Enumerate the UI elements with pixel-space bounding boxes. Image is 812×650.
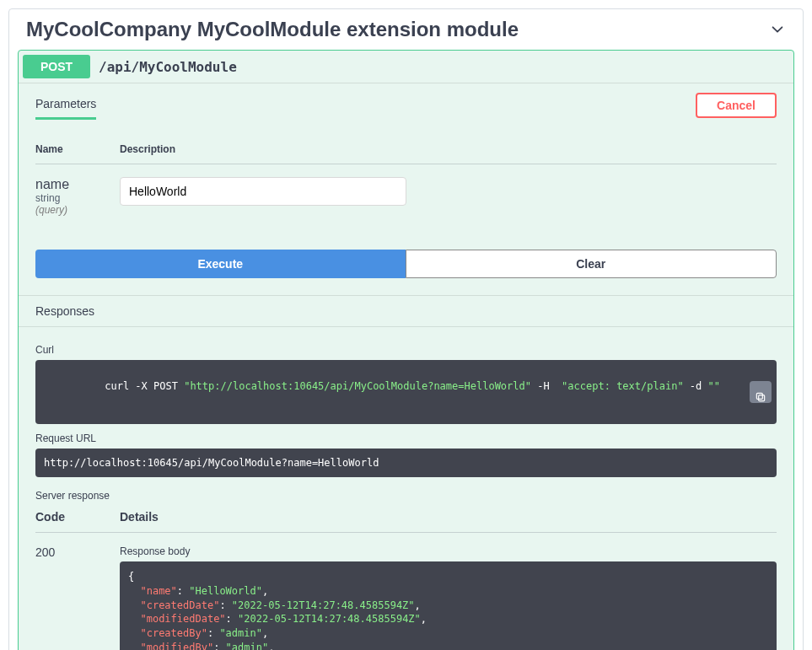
svg-rect-1 [756,393,762,399]
module-header[interactable]: MyCoolCompany MyCoolModule extension mod… [9,9,803,50]
chevron-down-icon[interactable] [769,21,786,38]
param-name-cell: name string (query) [35,177,120,216]
responses-header: Responses [19,295,793,327]
column-details-header: Details [120,510,159,524]
curl-command-block: curl -X POST "http://localhost:10645/api… [35,360,777,424]
response-row: 200 Response body { "name": "HelloWorld"… [35,545,777,650]
api-module-panel: MyCoolCompany MyCoolModule extension mod… [8,8,804,650]
response-status-code: 200 [35,545,120,559]
operation-block: POST /api/MyCoolModule Parameters Cancel… [18,50,794,650]
clipboard-icon [750,366,772,418]
column-name-header: Name [35,143,120,155]
param-name: name [35,177,120,192]
operation-path: /api/MyCoolModule [99,59,237,75]
curl-label: Curl [35,344,777,356]
execute-button[interactable]: Execute [35,250,406,278]
column-code-header: Code [35,510,120,524]
responses-inner: Curl curl -X POST "http://localhost:1064… [19,327,793,650]
server-response-label: Server response [35,490,777,502]
copy-curl-button[interactable] [750,381,772,403]
param-in: (query) [35,204,120,216]
response-table-head: Code Details [35,510,777,533]
request-url-block: http://localhost:10645/api/MyCoolModule?… [35,449,777,477]
response-body-block: { "name": "HelloWorld", "createdDate": "… [120,561,777,650]
operation-summary[interactable]: POST /api/MyCoolModule [19,51,793,83]
request-url-label: Request URL [35,432,777,444]
parameters-table: Name Description name string (query) [35,143,777,216]
parameters-section: Name Description name string (query) [19,126,793,233]
parameter-row: name string (query) [35,177,777,216]
param-input-cell [120,177,406,206]
module-title: MyCoolCompany MyCoolModule extension mod… [26,18,519,41]
clear-button[interactable]: Clear [406,250,777,278]
params-table-head: Name Description [35,143,777,164]
execute-row: Execute Clear [19,233,793,295]
param-input-name[interactable] [120,177,406,206]
tab-parameters[interactable]: Parameters [35,90,96,120]
param-type: string [35,192,120,204]
http-method-badge: POST [23,55,90,78]
operation-body: Parameters Cancel Name Description name … [19,83,793,650]
response-details: Response body { "name": "HelloWorld", "c… [120,545,777,650]
svg-rect-0 [759,395,765,401]
column-description-header: Description [120,143,175,155]
response-body-label: Response body [120,545,777,557]
cancel-button[interactable]: Cancel [696,93,777,118]
tab-header: Parameters Cancel [19,83,793,126]
